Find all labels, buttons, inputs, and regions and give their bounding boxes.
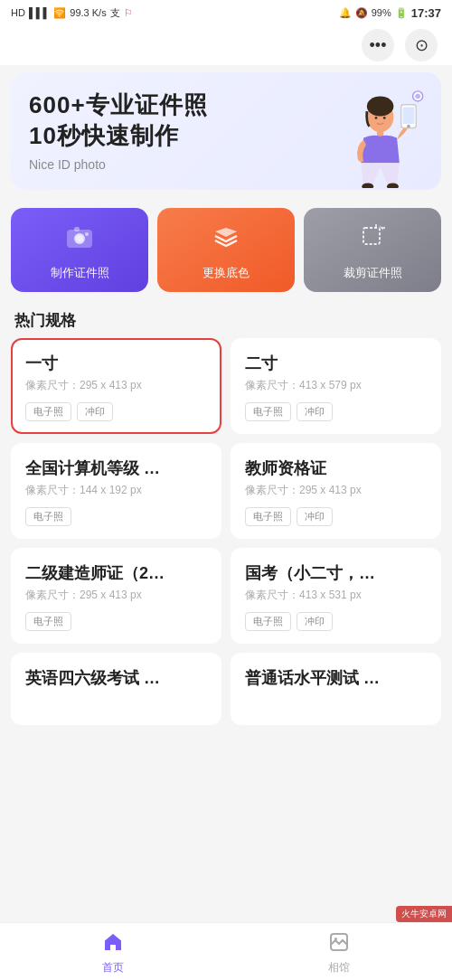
status-bar: HD ▌▌▌ 🛜 99.3 K/s 支 ⚐ 🔔 🔕 99% 🔋 17:37 xyxy=(0,0,452,25)
status-left: HD ▌▌▌ 🛜 99.3 K/s 支 ⚐ xyxy=(11,6,133,20)
battery-pct: 99% xyxy=(372,7,391,18)
svg-rect-15 xyxy=(74,227,80,231)
layers-icon xyxy=(212,222,240,258)
network-indicator: HD xyxy=(11,7,25,18)
spec-card-size: 像素尺寸：413 x 579 px xyxy=(245,378,427,393)
svg-point-5 xyxy=(407,125,410,128)
spec-card-tags: 电子照 冲印 xyxy=(245,612,427,631)
spec-tag-electronic[interactable]: 电子照 xyxy=(25,402,71,421)
spec-tag-print[interactable]: 冲印 xyxy=(77,402,113,421)
svg-point-14 xyxy=(76,235,83,242)
spec-tag-electronic[interactable]: 电子照 xyxy=(245,507,291,526)
bottom-nav: 首页 相馆 xyxy=(0,922,452,980)
payment-icon: 支 xyxy=(110,6,120,20)
more-button[interactable]: ••• xyxy=(362,29,394,61)
wifi-icon: 🛜 xyxy=(53,7,66,19)
battery-icon: 🔋 xyxy=(395,7,408,19)
svg-rect-17 xyxy=(363,228,380,244)
nav-gallery-label: 相馆 xyxy=(328,960,350,975)
crop-icon xyxy=(358,222,387,258)
spec-card-construction[interactable]: 二级建造师证（2… 像素尺寸：295 x 413 px 电子照 xyxy=(11,548,221,644)
spec-card-tags: 电子照 冲印 xyxy=(245,402,427,421)
spec-tag-print[interactable]: 冲印 xyxy=(297,402,333,421)
spec-card-title: 普通话水平测试 … xyxy=(245,667,427,689)
spec-card-tags: 电子照 冲印 xyxy=(25,402,207,421)
svg-point-1 xyxy=(367,96,394,116)
spec-card-title: 教师资格证 xyxy=(245,457,427,479)
alarm-icon: 🔔 xyxy=(339,7,352,19)
spec-card-tags: 电子照 xyxy=(25,612,207,631)
spec-card-english-exam[interactable]: 英语四六级考试 … xyxy=(11,653,221,725)
spec-card-title: 二级建造师证（2… xyxy=(25,562,207,584)
speed-text: 99.3 K/s xyxy=(70,7,106,18)
gallery-icon xyxy=(328,931,350,958)
signal-bars: ▌▌▌ xyxy=(29,7,50,18)
spec-card-title: 全国计算机等级 … xyxy=(25,457,207,479)
spec-tag-electronic[interactable]: 电子照 xyxy=(25,612,71,631)
banner-illustration xyxy=(322,80,430,188)
feature-card-crop-label: 裁剪证件照 xyxy=(344,265,402,281)
spec-card-size: 像素尺寸：295 x 413 px xyxy=(25,378,207,393)
spec-card-tags: 电子照 冲印 xyxy=(245,507,427,526)
spec-card-title: 一寸 xyxy=(25,353,207,374)
feature-card-make-label: 制作证件照 xyxy=(51,265,109,281)
svg-rect-4 xyxy=(403,107,415,123)
nav-item-home[interactable]: 首页 xyxy=(0,928,226,975)
spec-card-size: 像素尺寸：295 x 413 px xyxy=(25,588,207,603)
scan-button[interactable]: ⊙ xyxy=(405,29,438,61)
svg-point-9 xyxy=(383,117,386,119)
spec-tag-print[interactable]: 冲印 xyxy=(297,612,333,631)
svg-point-18 xyxy=(334,938,337,940)
camera-icon xyxy=(65,222,94,258)
spec-card-title: 英语四六级考试 … xyxy=(25,667,207,689)
spec-card-national-exam[interactable]: 国考（小二寸，… 像素尺寸：413 x 531 px 电子照 冲印 xyxy=(231,548,441,644)
spec-card-title: 国考（小二寸，… xyxy=(245,562,427,584)
spec-grid: 一寸 像素尺寸：295 x 413 px 电子照 冲印 二寸 像素尺寸：413 … xyxy=(0,338,452,797)
spec-tag-electronic[interactable]: 电子照 xyxy=(25,507,71,526)
spec-card-title: 二寸 xyxy=(245,353,427,374)
home-icon xyxy=(102,931,124,958)
status-right: 🔔 🔕 99% 🔋 17:37 xyxy=(339,6,441,20)
spec-card-size: 像素尺寸：413 x 531 px xyxy=(245,588,427,603)
feature-cards: 制作证件照 更换底色 裁剪证件照 xyxy=(0,197,452,299)
time-display: 17:37 xyxy=(411,6,441,20)
spec-card-putonghua[interactable]: 普通话水平测试 … xyxy=(231,653,441,725)
spec-card-size: 像素尺寸：144 x 192 px xyxy=(25,483,207,498)
spec-tag-electronic[interactable]: 电子照 xyxy=(245,402,291,421)
watermark: 火牛安卓网 xyxy=(396,906,452,922)
mute-icon: 🔕 xyxy=(355,7,368,19)
spec-tag-print[interactable]: 冲印 xyxy=(297,507,333,526)
spec-card-one-inch[interactable]: 一寸 像素尺寸：295 x 413 px 电子照 冲印 xyxy=(11,338,221,434)
feature-card-make[interactable]: 制作证件照 xyxy=(11,208,148,292)
svg-point-11 xyxy=(415,94,420,99)
spec-card-computer-exam[interactable]: 全国计算机等级 … 像素尺寸：144 x 192 px 电子照 xyxy=(11,443,221,539)
feature-card-color[interactable]: 更换底色 xyxy=(157,208,295,292)
feature-card-crop[interactable]: 裁剪证件照 xyxy=(304,208,441,292)
svg-point-8 xyxy=(375,117,378,119)
spec-tag-electronic[interactable]: 电子照 xyxy=(245,612,291,631)
section-title: 热门规格 xyxy=(0,299,452,338)
svg-point-16 xyxy=(85,232,89,236)
feature-card-color-label: 更换底色 xyxy=(202,265,250,281)
banner: 600+专业证件照 10秒快速制作 Nice ID photo xyxy=(11,72,441,190)
nav-home-label: 首页 xyxy=(102,960,124,975)
spec-card-two-inch[interactable]: 二寸 像素尺寸：413 x 579 px 电子照 冲印 xyxy=(231,338,441,434)
spec-card-size: 像素尺寸：295 x 413 px xyxy=(245,483,427,498)
spec-card-tags: 电子照 xyxy=(25,507,207,526)
spec-card-teacher-cert[interactable]: 教师资格证 像素尺寸：295 x 413 px 电子照 冲印 xyxy=(231,443,441,539)
extra-icon: ⚐ xyxy=(124,7,133,19)
action-bar: ••• ⊙ xyxy=(0,25,452,65)
nav-item-gallery[interactable]: 相馆 xyxy=(226,928,452,975)
